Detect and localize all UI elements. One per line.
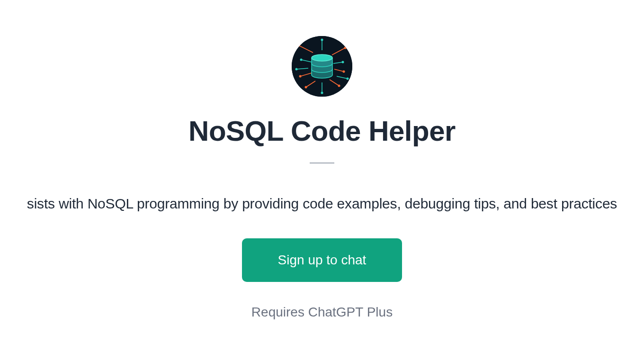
svg-point-13 xyxy=(298,45,300,47)
gpt-avatar xyxy=(292,36,352,97)
svg-point-15 xyxy=(343,71,345,73)
database-circuit-icon xyxy=(292,36,352,97)
svg-point-14 xyxy=(344,47,347,49)
svg-point-37 xyxy=(312,54,332,61)
signup-button[interactable]: Sign up to chat xyxy=(242,238,402,282)
requires-text: Requires ChatGPT Plus xyxy=(251,305,393,320)
divider xyxy=(310,163,334,163)
page-title: NoSQL Code Helper xyxy=(188,115,456,147)
svg-point-21 xyxy=(342,61,344,63)
gpt-description: sists with NoSQL programming by providin… xyxy=(27,196,617,212)
svg-point-24 xyxy=(347,78,349,80)
svg-point-22 xyxy=(321,92,323,94)
svg-point-16 xyxy=(299,75,302,78)
svg-point-19 xyxy=(321,39,323,41)
svg-point-20 xyxy=(300,59,303,61)
svg-point-17 xyxy=(305,86,307,89)
svg-point-23 xyxy=(295,68,298,71)
svg-point-18 xyxy=(338,85,340,87)
